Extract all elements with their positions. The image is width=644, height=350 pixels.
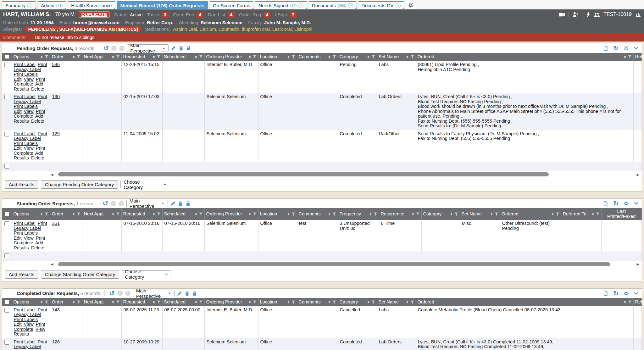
filter-funnel-icon[interactable] <box>77 212 80 216</box>
sort-icon[interactable] <box>248 212 252 216</box>
filter-funnel-icon[interactable] <box>416 212 420 216</box>
select-all-header[interactable] <box>2 298 12 306</box>
sort-icon[interactable] <box>623 300 627 304</box>
col-referred-to-cut[interactable]: Refe <box>633 298 642 306</box>
filter-funnel-icon[interactable] <box>291 300 295 304</box>
print-link[interactable]: Print <box>36 109 45 114</box>
row-checkbox[interactable] <box>4 308 9 313</box>
col-order[interactable]: Order <box>50 298 82 306</box>
col-scheduled[interactable]: Scheduled <box>162 298 204 306</box>
col-referred-to[interactable]: Referred To <box>561 208 601 220</box>
tasks-count-badge[interactable]: 3 <box>162 12 169 18</box>
change-pending-order-category-button[interactable]: Change Pending Order Category <box>41 180 118 189</box>
col-next-appt[interactable]: Next Appt <box>82 208 121 220</box>
col-scheduled[interactable]: Scheduled <box>162 53 204 61</box>
edit-link[interactable]: Edit <box>14 322 22 327</box>
col-location[interactable]: Location <box>258 208 297 220</box>
sort-icon[interactable] <box>72 212 76 216</box>
edit-link[interactable]: Edit <box>14 109 22 114</box>
order-number-link[interactable]: 129 <box>52 131 60 136</box>
perspective-select[interactable]: Main Perspective <box>126 200 168 207</box>
filter-funnel-icon[interactable] <box>45 212 48 216</box>
print-label-link[interactable]: Print Label <box>14 307 36 312</box>
sort-icon[interactable] <box>405 300 409 304</box>
sort-icon[interactable] <box>327 55 331 59</box>
medication-link[interactable]: Lasix oral <box>272 27 294 32</box>
view-link[interactable]: View <box>24 77 34 82</box>
delete-perspective-icon[interactable] <box>178 201 183 206</box>
sort-icon[interactable] <box>248 300 252 304</box>
due-list-count-badge[interactable]: 4 <box>228 12 235 18</box>
add-person-icon[interactable] <box>573 12 578 17</box>
col-referred-to-cut[interactable]: Refe <box>633 53 642 61</box>
col-requested[interactable]: Requested <box>121 53 162 61</box>
lock-icon[interactable] <box>192 291 197 296</box>
filter-funnel-icon[interactable] <box>556 212 559 216</box>
filter-funnel-icon[interactable] <box>253 55 257 59</box>
filter-funnel-icon[interactable] <box>116 55 120 59</box>
print-link[interactable]: Print <box>36 322 45 327</box>
sort-icon[interactable] <box>152 300 156 304</box>
filter-funnel-icon[interactable] <box>410 300 414 304</box>
col-ordered[interactable]: Ordered <box>416 298 633 306</box>
sort-icon[interactable] <box>194 55 198 59</box>
allergies-badge[interactable]: PENICILLINS , SULFA(SULFONAMIDE ANTIBIOT… <box>25 26 141 32</box>
delete-perspective-icon[interactable] <box>185 291 190 296</box>
sort-icon[interactable] <box>152 212 156 216</box>
new-document-icon[interactable] <box>603 291 608 296</box>
print-labels-link[interactable]: Print Labels <box>14 349 38 350</box>
order-number-link[interactable]: 546 <box>52 62 60 67</box>
select-all-header[interactable] <box>2 208 12 220</box>
sort-icon[interactable] <box>40 212 44 216</box>
delete-link[interactable]: Delete <box>31 245 44 250</box>
print-link[interactable]: Print <box>36 236 45 241</box>
col-frequency[interactable]: Frequency <box>338 208 379 220</box>
col-category[interactable]: Category <box>421 208 460 220</box>
select-all-checkbox[interactable] <box>5 212 9 216</box>
sort-icon[interactable] <box>111 300 115 304</box>
row-checkbox[interactable] <box>4 340 9 345</box>
print-label-link[interactable]: Print Label <box>14 62 36 67</box>
tab-medical-record-order-requests[interactable]: Medical Record (176):Order Requests <box>117 1 208 9</box>
col-comments[interactable]: Comments <box>297 208 338 220</box>
tab-documents-dv[interactable]: Documents-DV ↗ <box>358 1 404 9</box>
select-all-checkbox[interactable] <box>5 55 9 58</box>
delete-perspective-icon[interactable] <box>179 46 184 51</box>
filter-funnel-icon[interactable] <box>596 212 600 216</box>
tab-settings[interactable] <box>406 1 416 9</box>
open-enc-count-badge[interactable]: 4 <box>197 12 203 18</box>
delete-link[interactable]: Delete <box>31 119 44 124</box>
scroll-left-arrow[interactable]: ◀ <box>49 173 54 177</box>
edit-link[interactable]: Edit <box>14 77 22 82</box>
choose-category-select[interactable]: Choose Category <box>120 181 170 188</box>
open-new-window-icon[interactable]: ↗ <box>396 3 401 8</box>
col-scheduled[interactable]: Scheduled <box>162 208 204 220</box>
sort-icon[interactable] <box>551 212 555 216</box>
col-ordering-provider[interactable]: Ordering Provider <box>204 298 258 306</box>
order-number-link[interactable]: 351 <box>52 221 60 226</box>
filter-funnel-icon[interactable] <box>332 212 336 216</box>
filter-funnel-icon[interactable] <box>628 300 632 304</box>
filter-funnel-icon[interactable] <box>410 55 414 59</box>
medication-link[interactable]: Calcium <box>199 27 218 32</box>
col-options[interactable]: Options <box>12 208 50 220</box>
filter-funnel-icon[interactable] <box>253 212 257 216</box>
sort-icon[interactable] <box>490 212 494 216</box>
col-category[interactable]: Category <box>338 53 377 61</box>
col-options[interactable]: Options <box>12 53 50 61</box>
sort-icon[interactable] <box>111 55 115 59</box>
undo-icon[interactable]: ↺ <box>109 291 115 296</box>
sort-icon[interactable] <box>623 55 627 59</box>
filter-funnel-icon[interactable] <box>253 300 257 304</box>
order-number-link[interactable]: 130 <box>52 94 60 99</box>
next-perspective-icon[interactable]: › <box>119 201 124 206</box>
medication-link[interactable]: Aspirin Oral <box>173 27 200 32</box>
filter-funnel-icon[interactable] <box>454 212 458 216</box>
complete-link[interactable]: Complete <box>14 151 33 156</box>
print-label-link[interactable]: Print Label <box>14 221 36 226</box>
print-link[interactable]: Print <box>36 146 45 151</box>
order-number-link[interactable]: 128 <box>52 339 60 344</box>
row-checkbox[interactable] <box>4 95 9 99</box>
filter-funnel-icon[interactable] <box>45 55 48 59</box>
print-label-link[interactable]: Print Label <box>14 94 36 99</box>
